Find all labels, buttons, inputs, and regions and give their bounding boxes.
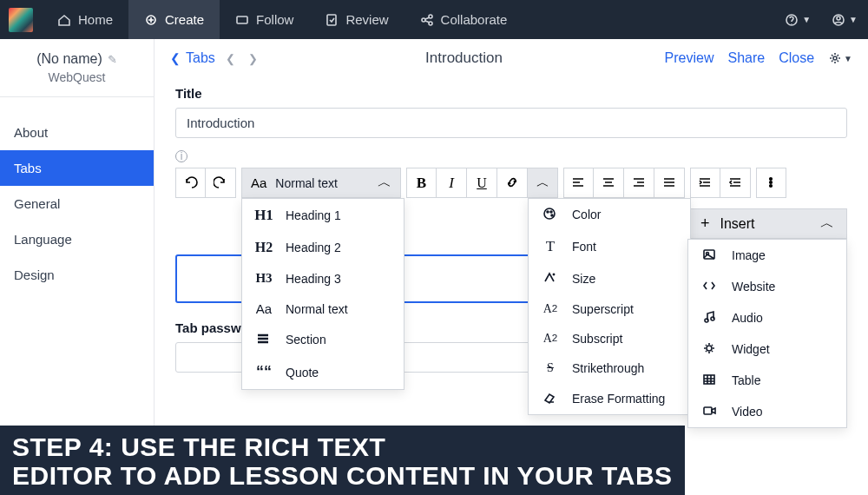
palette-icon (542, 207, 558, 222)
project-type: WebQuest (0, 70, 154, 97)
indent-button[interactable] (690, 168, 720, 198)
svg-point-24 (707, 346, 712, 351)
top-navbar: Home Create Follow Review Collaborate ▼ … (0, 0, 868, 39)
align-right-button[interactable] (624, 168, 654, 198)
table-icon (702, 373, 718, 388)
user-icon (832, 13, 845, 27)
nav-review[interactable]: Review (309, 0, 404, 39)
close-button[interactable]: Close (779, 50, 814, 66)
sidebar-item-about[interactable]: About (0, 115, 154, 150)
sidebar-item-design[interactable]: Design (0, 257, 154, 293)
outdent-icon (728, 175, 743, 190)
gear-icon (828, 51, 842, 65)
project-name[interactable]: (No name) ✎ (0, 39, 154, 70)
collaborate-icon (420, 13, 434, 27)
audio-icon (702, 310, 718, 326)
settings-menu[interactable]: ▼ (828, 51, 852, 65)
indent-icon (698, 175, 713, 190)
svg-point-3 (422, 18, 425, 22)
underline-button[interactable]: U (467, 168, 497, 198)
nav-label: Home (78, 12, 113, 27)
home-icon (57, 13, 71, 27)
preview-button[interactable]: Preview (665, 50, 714, 66)
title-input[interactable] (175, 108, 847, 138)
share-button[interactable]: Share (727, 50, 765, 66)
align-center-button[interactable] (594, 168, 624, 198)
svg-point-10 (544, 208, 555, 219)
back-link[interactable]: ❮ Tabs (170, 50, 215, 66)
redo-button[interactable] (206, 168, 236, 198)
insert-dropdown[interactable]: + Insert ︿ (687, 208, 847, 239)
svg-point-15 (770, 182, 773, 184)
format-erase[interactable]: Erase Formatting (529, 383, 690, 414)
style-section[interactable]: Section (242, 324, 404, 355)
pencil-icon[interactable]: ✎ (108, 53, 117, 66)
tutorial-banner: Step 4: Use the rich text editor to add … (0, 426, 685, 495)
format-superscript[interactable]: A2Superscript (529, 294, 690, 324)
format-strikethrough[interactable]: SStrikethrough (529, 353, 690, 383)
nav-collaborate[interactable]: Collaborate (404, 0, 523, 39)
nav-label: Follow (256, 12, 293, 27)
style-heading3[interactable]: H3Heading 3 (242, 263, 404, 294)
follow-icon (235, 13, 249, 27)
italic-button[interactable]: I (437, 168, 467, 198)
sidebar-item-tabs[interactable]: Tabs (0, 150, 154, 186)
review-icon (325, 13, 339, 27)
insert-video[interactable]: Video (688, 396, 846, 427)
title-label: Title (175, 86, 847, 101)
insert-widget[interactable]: Widget (688, 333, 846, 365)
help-menu[interactable]: ▼ (774, 13, 821, 27)
prev-next-nav[interactable]: ❮ ❯ (226, 52, 264, 65)
widget-icon (702, 341, 718, 357)
sidebar-item-language[interactable]: Language (0, 221, 154, 257)
insert-audio[interactable]: Audio (688, 302, 846, 333)
link-button[interactable] (497, 168, 528, 198)
erase-icon (542, 391, 558, 406)
format-size[interactable]: Size (529, 263, 690, 294)
insert-table[interactable]: Table (688, 365, 846, 396)
svg-point-22 (705, 319, 708, 322)
style-normal[interactable]: AaNormal text (242, 294, 404, 324)
outdent-button[interactable] (720, 168, 751, 198)
user-menu[interactable]: ▼ (821, 13, 868, 27)
format-subscript[interactable]: A2Subscript (529, 324, 690, 353)
section-icon (256, 332, 272, 347)
nav-follow[interactable]: Follow (220, 0, 309, 39)
svg-point-8 (837, 16, 840, 20)
more-button[interactable] (756, 168, 786, 198)
nav-label: Collaborate (441, 12, 508, 27)
logo[interactable] (9, 8, 33, 32)
svg-point-23 (711, 317, 714, 320)
insert-website[interactable]: Website (688, 271, 846, 302)
style-quote[interactable]: ““Quote (242, 355, 404, 389)
chevron-left-icon: ❮ (170, 51, 181, 65)
svg-rect-26 (704, 407, 712, 414)
insert-image[interactable]: Image (688, 240, 846, 271)
help-icon (785, 13, 799, 27)
content-header: ❮ Tabs ❮ ❯ Introduction Preview Share Cl… (155, 39, 868, 77)
svg-point-16 (770, 185, 773, 188)
bold-button[interactable]: B (406, 168, 437, 198)
sidebar-item-general[interactable]: General (0, 186, 154, 221)
nav-home[interactable]: Home (42, 0, 128, 39)
text-style-dropdown[interactable]: Aa Normal text ︿ (241, 168, 401, 198)
video-icon (702, 404, 718, 419)
format-expand-button[interactable]: ︿ (528, 168, 558, 198)
format-menu: Color TFont Size A2Superscript A2Subscri… (528, 198, 691, 415)
svg-rect-1 (237, 16, 247, 23)
align-left-button[interactable] (563, 168, 594, 198)
info-icon[interactable]: i (175, 150, 187, 162)
nav-create[interactable]: Create (128, 0, 220, 39)
svg-point-11 (547, 211, 549, 213)
svg-rect-25 (704, 375, 714, 384)
align-center-icon (602, 175, 616, 190)
align-right-icon (632, 175, 647, 190)
align-justify-button[interactable] (654, 168, 685, 198)
format-font[interactable]: TFont (529, 230, 690, 263)
undo-button[interactable] (175, 168, 206, 198)
style-heading2[interactable]: H2Heading 2 (242, 232, 404, 263)
svg-point-13 (551, 214, 553, 216)
code-icon (702, 279, 718, 294)
style-heading1[interactable]: H1Heading 1 (242, 199, 404, 232)
format-color[interactable]: Color (529, 199, 690, 230)
